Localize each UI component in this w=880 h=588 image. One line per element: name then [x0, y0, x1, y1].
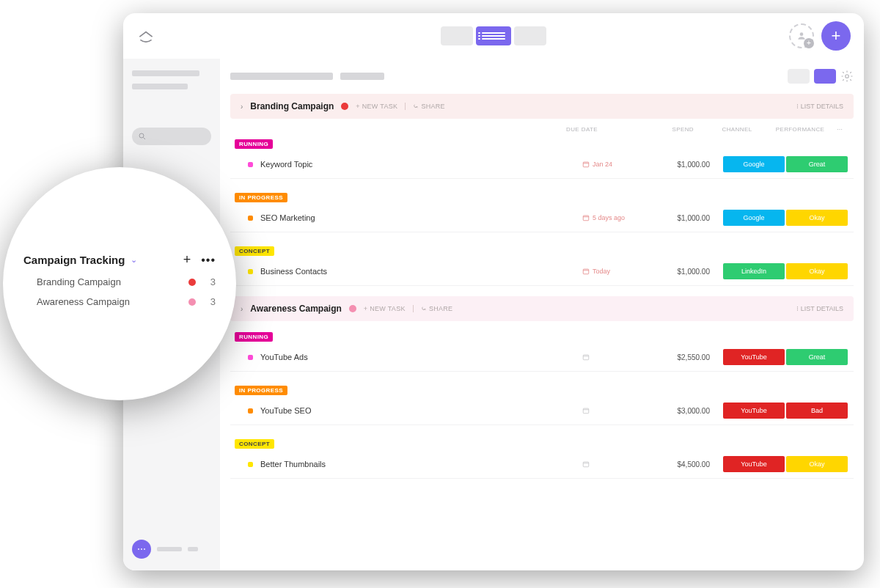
layout-option-active[interactable]: [814, 69, 836, 84]
spend-value: $1,000.00: [648, 214, 722, 222]
chat-button[interactable]: ⋯: [132, 540, 151, 559]
search-input[interactable]: [132, 128, 211, 145]
status-dot: [341, 103, 348, 110]
share-button[interactable]: ⤿ SHARE: [421, 305, 453, 312]
new-task-button[interactable]: + NEW TASK: [364, 305, 406, 312]
col-spend: SPEND: [632, 126, 705, 133]
performance-chip[interactable]: Okay: [786, 210, 848, 226]
task-name: Better Thumbnails: [260, 460, 326, 468]
list-label: Awareness Campaign: [37, 296, 130, 307]
task-name: YouTube Ads: [260, 353, 308, 361]
title-placeholder: [230, 73, 333, 80]
svg-point-0: [800, 32, 804, 36]
column-headers: DUE DATE SPEND CHANNEL PERFORMANCE ⋯: [230, 126, 854, 136]
channel-chip[interactable]: Google: [723, 156, 785, 172]
app-logo[interactable]: [136, 26, 155, 45]
folder-title[interactable]: Campaign Tracking: [23, 254, 125, 266]
view-switcher: [441, 26, 546, 45]
channel-chip[interactable]: YouTube: [723, 456, 785, 472]
status-dot: [349, 305, 356, 312]
channel-chip[interactable]: YouTube: [723, 349, 785, 365]
list-details-button[interactable]: ⁝ LIST DETAILS: [796, 103, 843, 110]
group-header-branding[interactable]: › Branding Campaign + NEW TASK ⤿ SHARE ⁝…: [230, 94, 854, 119]
view-option-3[interactable]: [514, 26, 546, 45]
plus-icon: +: [804, 38, 814, 48]
chevron-right-icon: ›: [241, 103, 243, 111]
channel-chip[interactable]: LinkedIn: [723, 263, 785, 279]
task-row[interactable]: Business Contacts Today $1,000.00 Linked…: [230, 257, 854, 286]
status-dot: [188, 279, 196, 286]
performance-chip[interactable]: Great: [786, 349, 848, 365]
channel-chip[interactable]: Google: [723, 210, 785, 226]
view-option-1[interactable]: [441, 26, 473, 45]
chat-placeholder: [188, 547, 198, 551]
topbar: + +: [123, 13, 864, 59]
group-title: Awareness Campaign: [250, 304, 342, 314]
due-date: 5 days ago: [582, 214, 648, 221]
due-date: Today: [582, 268, 648, 275]
list-details-button[interactable]: ⁝ LIST DETAILS: [796, 305, 843, 312]
status-inprogress: IN PROGRESS: [235, 193, 287, 202]
main-content: › Branding Campaign + NEW TASK ⤿ SHARE ⁝…: [220, 59, 864, 570]
svg-point-3: [846, 75, 849, 78]
group-title: Branding Campaign: [250, 101, 334, 111]
task-bullet: [248, 269, 253, 274]
sidebar-placeholder: [132, 70, 199, 76]
add-list-button[interactable]: +: [183, 252, 191, 268]
due-date: [582, 460, 648, 468]
channel-chip[interactable]: YouTube: [723, 403, 785, 419]
invite-user-button[interactable]: +: [789, 23, 814, 48]
svg-point-1: [139, 133, 144, 138]
more-icon[interactable]: •••: [201, 254, 216, 267]
task-row[interactable]: Keyword Topic Jan 24 $1,000.00 Google Gr…: [230, 150, 854, 179]
create-button[interactable]: +: [821, 21, 851, 51]
due-date: Jan 24: [582, 161, 648, 168]
chat-placeholder: [157, 547, 182, 551]
task-row[interactable]: Better Thumbnails $4,500.00 YouTube Okay: [230, 450, 854, 479]
share-button[interactable]: ⤿ SHARE: [413, 103, 445, 110]
col-due: DUE DATE: [566, 126, 632, 133]
new-task-button[interactable]: + NEW TASK: [356, 103, 397, 110]
more-icon[interactable]: ⋯: [832, 126, 848, 133]
svg-line-2: [144, 138, 146, 140]
performance-chip[interactable]: Bad: [786, 403, 848, 419]
spend-value: $3,000.00: [648, 407, 722, 415]
list-label: Branding Campaign: [37, 276, 121, 287]
performance-chip[interactable]: Great: [786, 156, 848, 172]
svg-rect-4: [583, 162, 589, 167]
view-option-list[interactable]: [476, 26, 511, 45]
svg-rect-14: [583, 462, 589, 467]
performance-chip[interactable]: Okay: [786, 263, 848, 279]
performance-chip[interactable]: Okay: [786, 456, 848, 472]
layout-option-1[interactable]: [788, 69, 810, 84]
spend-value: $1,000.00: [648, 161, 722, 169]
list-item[interactable]: Branding Campaign 3: [23, 272, 216, 292]
svg-rect-6: [583, 216, 589, 221]
task-bullet: [248, 162, 253, 167]
gear-icon[interactable]: [840, 70, 854, 83]
sidebar-placeholder: [132, 84, 188, 89]
chevron-down-icon[interactable]: ⌄: [131, 255, 137, 265]
status-inprogress: IN PROGRESS: [235, 386, 287, 395]
due-date: [582, 407, 648, 414]
task-name: YouTube SEO: [260, 406, 312, 415]
task-bullet: [248, 462, 253, 467]
svg-rect-8: [583, 269, 589, 274]
due-date: [582, 353, 648, 361]
svg-rect-10: [583, 355, 589, 360]
status-running: RUNNING: [235, 332, 273, 342]
spend-value: $1,000.00: [648, 268, 722, 276]
status-dot: [188, 298, 196, 306]
task-row[interactable]: YouTube Ads $2,550.00 YouTube Great: [230, 343, 854, 372]
task-bullet: [248, 408, 253, 414]
task-row[interactable]: YouTube SEO $3,000.00 YouTube Bad: [230, 397, 854, 425]
list-item[interactable]: Awareness Campaign 3: [23, 292, 216, 312]
status-concept: CONCEPT: [235, 246, 274, 256]
spend-value: $4,500.00: [648, 460, 722, 468]
task-row[interactable]: SEO Marketing 5 days ago $1,000.00 Googl…: [230, 204, 854, 232]
subtitle-placeholder: [340, 73, 384, 80]
chevron-right-icon: ›: [241, 305, 243, 313]
group-header-awareness[interactable]: › Awareness Campaign + NEW TASK ⤿ SHARE …: [230, 296, 854, 321]
main-header: [230, 69, 854, 84]
task-name: Keyword Topic: [260, 160, 312, 169]
